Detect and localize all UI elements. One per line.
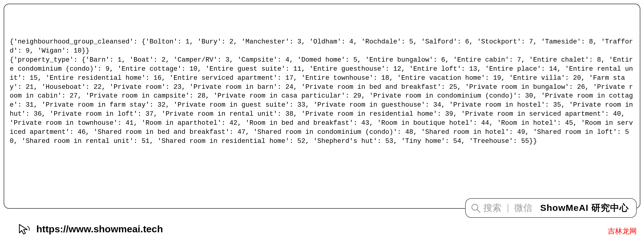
search-wechat-pill: 搜索 | 微信 ShowMeAI 研究中心: [465, 198, 637, 218]
search-icon: [471, 203, 481, 213]
footer-url: https://www.showmeai.tech: [36, 224, 163, 235]
separator: |: [505, 203, 511, 213]
svg-point-0: [472, 204, 478, 210]
footer-link[interactable]: https://www.showmeai.tech: [17, 222, 163, 236]
code-output-frame: {'neighbourhood_group_cleansed': {'Bolto…: [4, 4, 640, 209]
wechat-label: 微信: [514, 202, 532, 214]
watermark: 吉林龙网: [608, 226, 637, 236]
svg-line-1: [477, 210, 480, 212]
code-output-text: {'neighbourhood_group_cleansed': {'Bolto…: [10, 37, 634, 146]
cursor-icon: [17, 222, 31, 236]
brand-name: ShowMeAI 研究中心: [540, 202, 629, 214]
search-label: 搜索: [483, 202, 501, 214]
